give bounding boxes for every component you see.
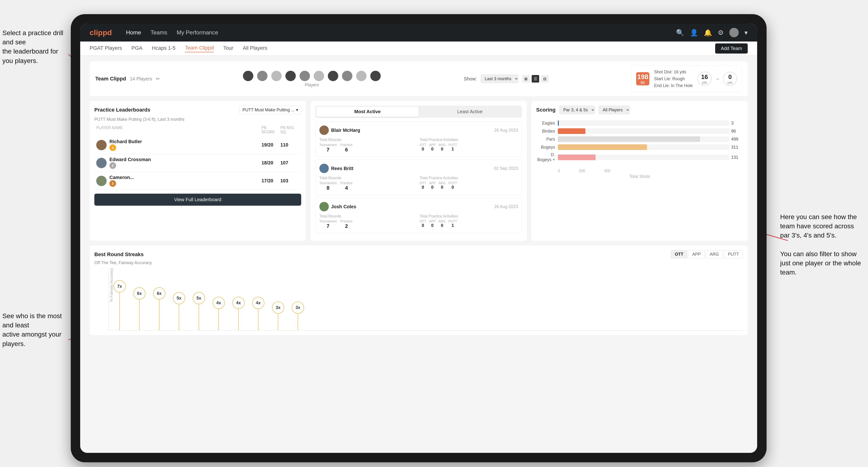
subnav-all-players[interactable]: All Players xyxy=(243,45,267,52)
streaks-subtitle: Off The Tee, Fairway Accuracy xyxy=(94,260,743,266)
chart-row-birdies: Birdies 96 xyxy=(536,128,743,134)
pac-header-1: Blair McHarg 26 Aug 2023 xyxy=(319,125,518,135)
dbogeys-bar-container xyxy=(558,154,729,160)
pac-avatar-1 xyxy=(319,125,329,135)
streak-line-6 xyxy=(218,309,219,330)
score-3: 17/20 xyxy=(261,178,280,184)
view-full-leaderboard-button[interactable]: View Full Leaderboard xyxy=(94,194,301,206)
list-view-icon[interactable]: ☰ xyxy=(532,75,539,83)
gold-medal: 1 xyxy=(110,144,116,151)
silver-medal: 2 xyxy=(110,162,116,169)
ott-filter-button[interactable]: OTT xyxy=(671,250,687,258)
pac-avatar-2 xyxy=(319,164,329,173)
pac-player-2: Rees Britt xyxy=(319,164,353,173)
dbogeys-val: 131 xyxy=(731,155,743,160)
activity-player-1: Blair McHarg 26 Aug 2023 Total Rounds To… xyxy=(315,121,522,157)
subnav-team-clippd[interactable]: Team Clippd xyxy=(185,45,214,52)
avatar[interactable] xyxy=(729,28,739,37)
subnav-pga[interactable]: PGA xyxy=(131,45,142,52)
nav-link-teams[interactable]: Teams xyxy=(151,29,167,36)
show-select[interactable]: Last 3 months Last 6 months Last year xyxy=(481,74,519,83)
least-active-tab[interactable]: Least Active xyxy=(418,106,521,117)
show-label: Show: xyxy=(464,76,477,82)
streak-circle-5: 5x xyxy=(193,292,205,304)
chart-axis: 0 200 400 xyxy=(536,169,743,173)
bogeys-val: 311 xyxy=(731,145,743,150)
nav-link-home[interactable]: Home xyxy=(126,29,141,36)
chart-row-bogeys: Bogeys 311 xyxy=(536,144,743,150)
avatar-5 xyxy=(299,70,310,82)
player-name-3: Cameron... xyxy=(110,175,134,180)
app-filter-button[interactable]: APP xyxy=(688,250,705,258)
tablet-frame: clippd Home Teams My Performance 🔍 👤 🔔 ⚙… xyxy=(71,14,767,462)
player-avatar-3 xyxy=(96,176,106,186)
pac-date-3: 26 Aug 2023 xyxy=(494,204,518,209)
streak-circle-10: 3x xyxy=(292,302,304,314)
navbar: clippd Home Teams My Performance 🔍 👤 🔔 ⚙… xyxy=(80,24,757,41)
streak-bubble-2: 6x xyxy=(133,269,146,330)
scoring-card: Scoring Par 3, 4 & 5s All Players Eagles xyxy=(531,101,748,241)
bogeys-bar xyxy=(558,144,647,150)
tablet-screen: clippd Home Teams My Performance 🔍 👤 🔔 ⚙… xyxy=(80,24,757,453)
settings-icon[interactable]: ⚙ xyxy=(718,29,724,36)
most-active-tab[interactable]: Most Active xyxy=(316,106,418,117)
pars-bar-container xyxy=(558,136,729,142)
end-lie: End Lie: In The Hole xyxy=(654,82,693,89)
three-col-section: Practice Leaderboards PUTT Must Make Put… xyxy=(90,101,748,241)
edit-icon[interactable]: ✏ xyxy=(156,76,160,82)
arg-filter-button[interactable]: ARG xyxy=(706,250,723,258)
person-icon[interactable]: 👤 xyxy=(690,29,698,36)
activity-player-2: Rees Britt 02 Sep 2023 Total Rounds Tour… xyxy=(315,160,522,195)
avatar-2 xyxy=(257,70,268,82)
avatar-1 xyxy=(243,70,254,82)
streak-bubble-4: 5x xyxy=(173,269,185,330)
pac-player-1: Blair McHarg xyxy=(319,125,360,135)
team-avatars-group: Players xyxy=(243,70,381,88)
avg-2: 107 xyxy=(280,160,299,165)
streak-line-2 xyxy=(139,300,140,330)
streak-line-8 xyxy=(258,309,258,330)
pac-player-3: Josh Coles xyxy=(319,202,356,211)
players-label: Players xyxy=(305,83,319,88)
par-filter[interactable]: Par 3, 4 & 5s xyxy=(559,106,595,114)
table-view-icon[interactable]: ⊟ xyxy=(541,75,549,83)
grid-view-icon[interactable]: ⊞ xyxy=(522,75,530,83)
chevron-down-icon[interactable]: ▾ xyxy=(744,29,748,36)
players-filter[interactable]: All Players xyxy=(599,106,630,114)
streak-circle-9: 3x xyxy=(272,302,284,314)
practice-leaderboard-card: Practice Leaderboards PUTT Must Make Put… xyxy=(90,101,306,241)
scoring-title: Scoring xyxy=(536,107,555,113)
streak-circle-3: 6x xyxy=(153,287,165,300)
pac-name-3: Josh Coles xyxy=(331,204,356,210)
streak-circle-4: 5x xyxy=(173,292,185,304)
search-icon[interactable]: 🔍 xyxy=(676,29,684,36)
nav-link-performance[interactable]: My Performance xyxy=(177,29,218,36)
streaks-card: Best Round Streaks OTT APP ARG PUTT Off … xyxy=(90,246,748,335)
player-avatar-1 xyxy=(96,140,106,150)
bogeys-label: Bogeys xyxy=(536,145,555,150)
scoring-header: Scoring Par 3, 4 & 5s All Players xyxy=(536,106,743,114)
annotation-bottom-left: See who is the most and least active amo… xyxy=(2,311,68,348)
subnav-tour[interactable]: Tour xyxy=(223,45,233,52)
shot-info-card: 198 SC Shot Dist: 16 yds Start Lie: Roug… xyxy=(631,66,742,92)
team-title-group: Team Clippd 14 Players ✏ xyxy=(95,76,160,82)
leaderboard-col-headers: PLAYER NAME PB SCORE PB AVG SQ xyxy=(94,126,301,134)
subnav-pgat[interactable]: PGAT Players xyxy=(90,45,122,52)
pac-name-2: Rees Britt xyxy=(331,166,353,171)
pac-avatar-3 xyxy=(319,202,329,211)
avg-1: 110 xyxy=(280,142,299,148)
subnav-hcaps[interactable]: Hcaps 1-5 xyxy=(152,45,176,52)
nav-links: Home Teams My Performance xyxy=(126,29,676,36)
eagles-label: Eagles xyxy=(536,121,555,126)
streak-bubble-7: 4x xyxy=(232,269,245,330)
leaderboard-title: Practice Leaderboards xyxy=(94,107,150,113)
putt-filter-button[interactable]: PUTT xyxy=(724,250,743,258)
streak-circle-1: 7x xyxy=(114,280,126,292)
scoring-chart: Eagles 3 Birdies 96 xyxy=(536,118,743,167)
bell-icon[interactable]: 🔔 xyxy=(704,29,712,36)
add-team-button[interactable]: Add Team xyxy=(715,43,748,54)
leaderboard-row: Cameron... 3 17/20 103 xyxy=(94,172,301,190)
drill-dropdown[interactable]: PUTT Must Make Putting ... ▾ xyxy=(239,106,301,114)
eagles-bar xyxy=(558,120,559,126)
pac-stats-3: Total Rounds Tournament 7 Practice 2 xyxy=(319,214,518,229)
